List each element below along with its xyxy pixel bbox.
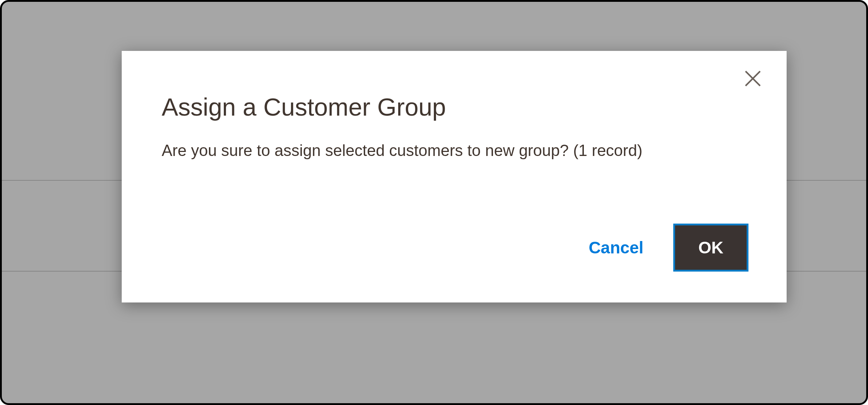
dialog-message: Are you sure to assign selected customer… bbox=[162, 139, 718, 162]
app-background: Assign a Customer Group Are you sure to … bbox=[0, 0, 868, 405]
ok-button[interactable]: OK bbox=[673, 224, 748, 272]
confirmation-dialog: Assign a Customer Group Are you sure to … bbox=[122, 51, 787, 302]
dialog-content: Assign a Customer Group Are you sure to … bbox=[122, 51, 787, 187]
dialog-footer: Cancel OK bbox=[122, 224, 787, 302]
close-icon bbox=[742, 68, 764, 91]
dialog-title: Assign a Customer Group bbox=[162, 93, 750, 121]
cancel-button[interactable]: Cancel bbox=[585, 230, 647, 265]
close-button[interactable] bbox=[740, 66, 766, 92]
